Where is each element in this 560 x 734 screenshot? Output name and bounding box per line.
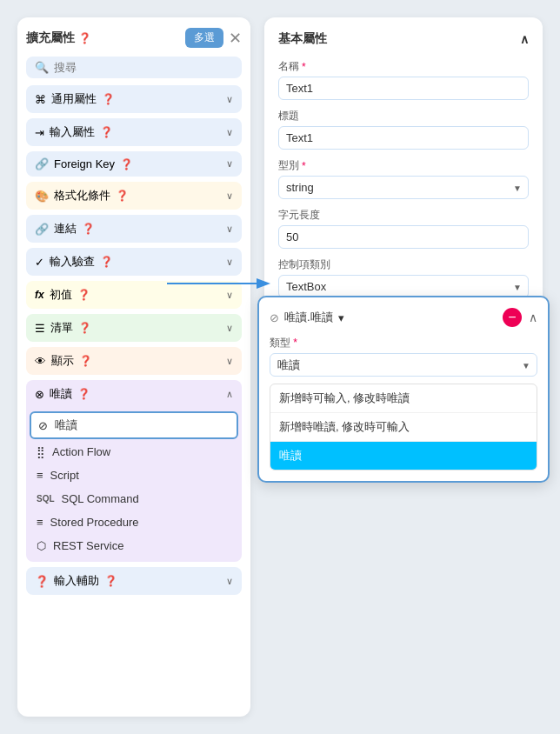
name-required: *	[302, 61, 306, 73]
search-icon: 🔍	[35, 61, 49, 74]
field-char-length: 字元長度	[278, 208, 529, 249]
validate-label: 輸入驗查	[50, 254, 95, 270]
sub-item-sql-command[interactable]: SQL SQL Command	[30, 488, 238, 510]
field-name: 名稱 *	[278, 59, 529, 100]
stored-proc-label: Stored Procedure	[50, 516, 139, 529]
right-panel: 基本屬性 ∧ 名稱 * 標題 型別	[264, 17, 543, 717]
script-label: Script	[50, 469, 79, 482]
dropdown-popup: ⊘ 唯讀.唯讀 ▾ − ∧ 類型 * 唯讀	[257, 296, 550, 483]
control-type-select[interactable]: TextBox	[278, 275, 529, 298]
option-item-1[interactable]: 新增時可輸入, 修改時唯讀	[270, 384, 537, 413]
link-icon: 🔗	[35, 223, 49, 236]
control-type-label: 控制項類別	[278, 257, 330, 272]
no-entry-icon: ⊘	[270, 311, 279, 324]
sql-label: SQL Command	[62, 492, 139, 505]
arrow-connector	[167, 275, 280, 292]
sql-icon: SQL	[37, 494, 55, 504]
popup-type-field: 類型 * 唯讀	[270, 336, 537, 377]
accordion-help[interactable]: ❓ 輸入輔助 ❓ ∨	[26, 567, 242, 595]
sub-item-stored-procedure[interactable]: ≡ Stored Procedure	[30, 511, 238, 533]
accordion-validate[interactable]: ✓ 輸入驗查 ❓ ∨	[26, 248, 242, 276]
action-flow-label: Action Flow	[52, 445, 110, 458]
init-icon: fx	[35, 289, 44, 301]
search-box: 🔍	[26, 57, 242, 78]
readonly-sub-icon: ⊘	[38, 419, 48, 432]
field-title: 標題	[278, 109, 529, 150]
general-help-icon[interactable]: ❓	[102, 93, 115, 105]
rest-icon: ⬡	[37, 539, 46, 552]
readonly-sub-items: ⊘ 唯讀 ⣿ Action Flow ≡ Script SQL SQL Comm…	[26, 408, 242, 562]
input-label: 輸入屬性	[50, 124, 95, 140]
panel-help-icon[interactable]: ❓	[78, 32, 91, 44]
type-select[interactable]: string	[278, 176, 529, 199]
display-label: 顯示	[51, 353, 74, 369]
sub-item-readonly[interactable]: ⊘ 唯讀	[30, 411, 238, 439]
accordion-general[interactable]: ⌘ 通用屬性 ❓ ∨	[26, 85, 242, 113]
field-type: 型別 * string	[278, 158, 529, 199]
accordion-format[interactable]: 🎨 格式化條件 ❓ ∨	[26, 182, 242, 210]
accordion-link[interactable]: 🔗 連結 ❓ ∨	[26, 215, 242, 243]
option-list: 新增時可輸入, 修改時唯讀 新增時唯讀, 修改時可輸入 唯讀	[270, 384, 537, 470]
search-input[interactable]	[54, 61, 233, 74]
init-help-icon[interactable]: ❓	[77, 289, 90, 301]
name-input[interactable]	[278, 77, 529, 100]
title-input[interactable]	[278, 126, 529, 150]
foreign-chevron: ∨	[226, 158, 233, 170]
control-type-select-wrapper: TextBox	[278, 275, 529, 298]
accordion-input[interactable]: ⇥ 輸入屬性 ❓ ∨	[26, 118, 242, 146]
section-header: 基本屬性 ∧	[278, 31, 529, 47]
display-chevron: ∨	[226, 356, 233, 367]
display-help-icon[interactable]: ❓	[79, 355, 92, 367]
field-control-type: 控制項類別 TextBox	[278, 257, 529, 298]
accordion-display[interactable]: 👁 顯示 ❓ ∨	[26, 347, 242, 375]
sub-item-rest-service[interactable]: ⬡ REST Service	[30, 535, 238, 557]
section-collapse-icon[interactable]: ∧	[520, 32, 529, 46]
help-chevron: ∨	[226, 576, 233, 587]
popup-type-select[interactable]: 唯讀	[270, 353, 537, 377]
input-icon: ⇥	[35, 126, 44, 139]
panel-header: 擴充屬性 ❓ 多選 ✕	[26, 28, 242, 48]
remove-button[interactable]: −	[503, 308, 522, 327]
sub-item-action-flow[interactable]: ⣿ Action Flow	[30, 441, 238, 463]
option-item-3[interactable]: 唯讀	[270, 442, 537, 470]
general-label: 通用屬性	[51, 91, 97, 107]
list-label: 清單	[50, 320, 73, 336]
format-chevron: ∨	[226, 190, 233, 202]
section-title: 基本屬性	[278, 31, 327, 47]
link-help-icon[interactable]: ❓	[82, 223, 95, 235]
format-icon: 🎨	[35, 190, 49, 203]
foreign-icon: 🔗	[35, 157, 49, 170]
accordion-foreign[interactable]: 🔗 Foreign Key ❓ ∨	[26, 151, 242, 177]
type-label: 型別	[278, 158, 299, 173]
panel-title: 擴充屬性 ❓	[26, 30, 91, 46]
char-length-input[interactable]	[278, 225, 529, 249]
readonly-icon: ⊗	[35, 388, 44, 401]
input-help-icon[interactable]: ❓	[100, 126, 113, 138]
accordion-readonly-header[interactable]: ⊗ 唯讀 ❓ ∧	[26, 380, 242, 408]
popup-type-label: 類型 *	[270, 336, 537, 350]
accordion-list[interactable]: ☰ 清單 ❓ ∨	[26, 314, 242, 342]
multi-select-button[interactable]: 多選	[185, 28, 223, 48]
type-select-wrapper: string	[278, 176, 529, 199]
char-length-label: 字元長度	[278, 208, 320, 223]
general-icon: ⌘	[35, 93, 46, 106]
validate-help-icon[interactable]: ❓	[100, 256, 113, 268]
popup-actions: − ∧	[503, 308, 537, 327]
sub-item-script[interactable]: ≡ Script	[30, 464, 238, 486]
list-help-icon[interactable]: ❓	[78, 322, 91, 334]
format-help-icon[interactable]: ❓	[116, 190, 129, 202]
stored-proc-icon: ≡	[37, 516, 43, 529]
general-chevron: ∨	[226, 94, 233, 105]
readonly-sub-label: 唯讀	[55, 417, 77, 433]
close-button[interactable]: ✕	[229, 30, 242, 46]
foreign-help-icon[interactable]: ❓	[120, 158, 133, 170]
popup-chevron-icon[interactable]: ▾	[338, 311, 344, 324]
help-help-icon[interactable]: ❓	[104, 575, 117, 587]
popup-title-text: 唯讀.唯讀	[284, 310, 333, 325]
display-icon: 👁	[35, 355, 46, 368]
readonly-help-icon[interactable]: ❓	[77, 388, 90, 400]
option-item-2[interactable]: 新增時唯讀, 修改時可輸入	[270, 413, 537, 442]
readonly-chevron: ∧	[226, 389, 233, 400]
accordion-readonly: ⊗ 唯讀 ❓ ∧ ⊘ 唯讀 ⣿ Action Flow	[26, 380, 242, 562]
collapse-button[interactable]: ∧	[529, 310, 537, 324]
